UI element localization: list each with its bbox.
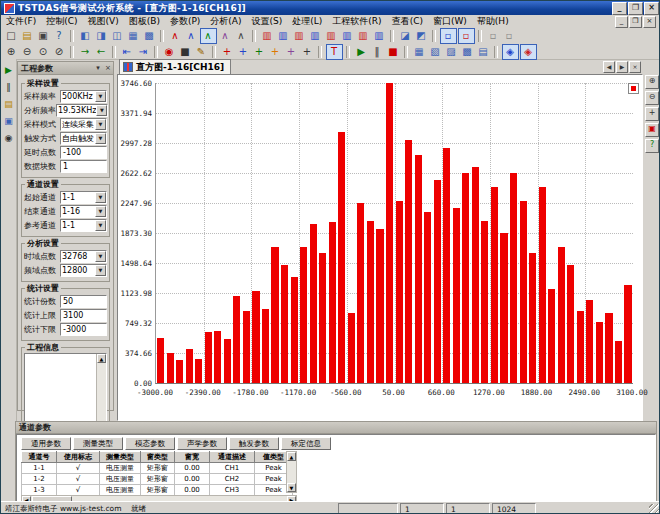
help-green-icon[interactable]: ? bbox=[645, 139, 659, 153]
waveform-4-icon[interactable]: ∧ bbox=[218, 29, 233, 43]
tab-触发参数[interactable]: 触发参数 bbox=[229, 437, 279, 450]
mdi-minimize-button[interactable]: _ bbox=[615, 16, 628, 28]
param-input[interactable]: 1 bbox=[60, 160, 107, 173]
menu-item-10[interactable]: 窗口(W) bbox=[428, 15, 472, 28]
layout-left-icon[interactable]: ◧ bbox=[78, 29, 93, 43]
param-combo[interactable]: 500KHz▼ bbox=[60, 90, 107, 103]
close-button[interactable]: × bbox=[644, 2, 659, 15]
win-3-icon[interactable]: ▨ bbox=[444, 45, 459, 59]
win-4-icon[interactable]: ▩ bbox=[460, 45, 475, 59]
zoom-out-icon[interactable]: ⊖ bbox=[645, 91, 659, 105]
menu-item-3[interactable]: 图板(B) bbox=[124, 15, 165, 28]
text-tool-icon[interactable]: T bbox=[326, 44, 343, 60]
maximize-button[interactable]: ❐ bbox=[628, 2, 643, 15]
table-row[interactable]: 1-3√电压测量矩形窗0.00CH3Peak bbox=[22, 485, 293, 496]
param-input[interactable]: 50 bbox=[60, 295, 107, 308]
waveform-3-icon[interactable]: ∧ bbox=[200, 28, 217, 44]
scroll-up-icon[interactable]: ▲ bbox=[287, 452, 296, 461]
table-row[interactable]: 1-1√电压测量矩形窗0.00CH1Peak bbox=[22, 463, 293, 474]
arrow-right-icon[interactable]: → bbox=[78, 45, 93, 59]
properties-icon[interactable]: ▣ bbox=[645, 123, 659, 137]
tab-close-button[interactable]: × bbox=[629, 61, 641, 73]
zoom-box-icon[interactable]: ⊙ bbox=[36, 45, 51, 59]
chevron-down-icon[interactable]: ▼ bbox=[95, 251, 106, 262]
goto-start-icon[interactable]: ⇤ bbox=[120, 45, 135, 59]
tab-声学参数[interactable]: 声学参数 bbox=[177, 437, 227, 450]
menu-item-6[interactable]: 设置(S) bbox=[247, 15, 288, 28]
pause-icon[interactable]: ‖ bbox=[370, 45, 385, 59]
menu-item-0[interactable]: 文件(F) bbox=[1, 15, 41, 28]
param-combo[interactable]: 连续采集▼ bbox=[60, 118, 107, 131]
minimize-button[interactable]: _ bbox=[612, 2, 627, 15]
chevron-down-icon[interactable]: ▼ bbox=[95, 220, 106, 231]
tab-模态参数[interactable]: 模态参数 bbox=[125, 437, 175, 450]
sel-b-icon[interactable]: ◈ bbox=[520, 44, 537, 60]
menu-item-7[interactable]: 处理(L) bbox=[287, 15, 327, 28]
layout-split-icon[interactable]: ◫ bbox=[110, 29, 125, 43]
zoom-reset-icon[interactable]: ⊘ bbox=[52, 45, 67, 59]
layout-cascade-icon[interactable]: ▩ bbox=[142, 29, 157, 43]
pin-icon[interactable]: ▾ bbox=[93, 64, 103, 72]
table-row[interactable]: 1-2√电压测量矩形窗0.00CH2Peak bbox=[22, 474, 293, 485]
waveform-5-icon[interactable]: ∧ bbox=[234, 29, 249, 43]
sel-a-icon[interactable]: ◈ bbox=[502, 44, 519, 60]
tab-prev-button[interactable]: ◀ bbox=[603, 61, 615, 73]
resize-grip[interactable] bbox=[649, 504, 660, 514]
block-8-icon[interactable]: ▥ bbox=[372, 29, 387, 43]
layout-grid-icon[interactable]: ▦ bbox=[126, 29, 141, 43]
block-6-icon[interactable]: ▥ bbox=[340, 29, 355, 43]
mdi-close-button[interactable]: × bbox=[643, 16, 656, 28]
waveform-2-icon[interactable]: ∧ bbox=[184, 29, 199, 43]
param-input[interactable]: -3000 bbox=[60, 323, 107, 336]
run-icon[interactable]: ▶ bbox=[2, 63, 16, 77]
tab-测量类型[interactable]: 测量类型 bbox=[73, 437, 123, 450]
scroll-up-icon[interactable]: ▲ bbox=[97, 354, 106, 363]
small-b-icon[interactable]: ▫ bbox=[502, 29, 517, 43]
small-a-icon[interactable]: ▫ bbox=[486, 29, 501, 43]
goto-end-icon[interactable]: ⇥ bbox=[136, 45, 151, 59]
tab-标定信息[interactable]: 标定信息 bbox=[281, 437, 331, 450]
monitor-icon[interactable]: ▣ bbox=[2, 114, 16, 128]
menu-item-1[interactable]: 控制(C) bbox=[41, 15, 82, 28]
menu-item-2[interactable]: 视图(V) bbox=[83, 15, 124, 28]
menu-item-9[interactable]: 查看(C) bbox=[387, 15, 428, 28]
chevron-down-icon[interactable]: ▼ bbox=[95, 133, 106, 144]
window-b-icon[interactable]: ▫ bbox=[458, 28, 475, 44]
play-icon[interactable]: ▶ bbox=[354, 45, 369, 59]
param-input[interactable]: 3100 bbox=[60, 309, 107, 322]
cursor-2-icon[interactable]: + bbox=[236, 45, 251, 59]
pan-icon[interactable]: + bbox=[645, 107, 659, 121]
zoom-in-icon[interactable]: ⊕ bbox=[645, 75, 659, 89]
record-icon[interactable]: ◉ bbox=[162, 45, 177, 59]
arrow-left-icon[interactable]: ← bbox=[94, 45, 109, 59]
tab-通用参数[interactable]: 通用参数 bbox=[21, 437, 71, 450]
edit-icon[interactable]: ✎ bbox=[194, 45, 209, 59]
cursor-6-icon[interactable]: + bbox=[300, 45, 315, 59]
param-combo[interactable]: 1-1▼ bbox=[60, 191, 107, 204]
win-2-icon[interactable]: ▧ bbox=[428, 45, 443, 59]
block-2-icon[interactable]: ▥ bbox=[276, 29, 291, 43]
tab-next-button[interactable]: ▶ bbox=[616, 61, 628, 73]
param-combo[interactable]: 12800▼ bbox=[60, 264, 107, 277]
table-vertical-scrollbar[interactable]: ▲ ▼ bbox=[286, 451, 297, 493]
window-a-icon[interactable]: ▫ bbox=[440, 28, 457, 44]
close-icon[interactable]: × bbox=[103, 64, 113, 72]
chevron-down-icon[interactable]: ▼ bbox=[95, 192, 106, 203]
stop-icon[interactable]: ■ bbox=[178, 45, 193, 59]
win-5-icon[interactable]: ▤ bbox=[476, 45, 491, 59]
menu-item-5[interactable]: 分析(A) bbox=[205, 15, 246, 28]
stop-red-icon[interactable]: ■ bbox=[386, 45, 401, 59]
zoom-in-icon[interactable]: ⊕ bbox=[4, 45, 19, 59]
cursor-4-icon[interactable]: + bbox=[268, 45, 283, 59]
param-input[interactable]: -100 bbox=[60, 146, 107, 159]
view-a-icon[interactable]: ◪ bbox=[398, 29, 413, 43]
param-combo[interactable]: 32768▼ bbox=[60, 250, 107, 263]
block-3-icon[interactable]: ▥ bbox=[292, 29, 307, 43]
cursor-1-icon[interactable]: + bbox=[220, 45, 235, 59]
win-1-icon[interactable]: ▦ bbox=[412, 45, 427, 59]
chevron-down-icon[interactable]: ▼ bbox=[95, 206, 106, 217]
layout-right-icon[interactable]: ◨ bbox=[94, 29, 109, 43]
cursor-5-icon[interactable]: + bbox=[284, 45, 299, 59]
zoom-out-icon[interactable]: ⊖ bbox=[20, 45, 35, 59]
help-icon[interactable]: ? bbox=[52, 29, 67, 43]
